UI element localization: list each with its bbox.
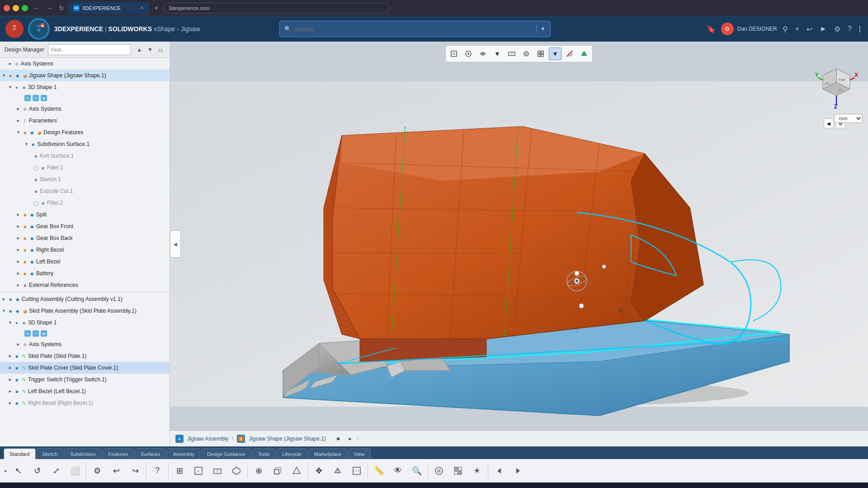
tree-item-cutting-assembly[interactable]: ► ■ ◆ Cutting Assembly (Cutting Assembly… [0,293,170,305]
tree-item-right-bezel-2[interactable]: ► ■ ✎ Right Bezel (Right Bezel.1) [0,397,170,409]
compass-icon[interactable]: ⚲ [781,23,790,35]
search-input[interactable] [295,26,533,33]
tree-item-skid-plate-cover[interactable]: ► ■ ✎ Skid Plate Cover (Skid Plate Cover… [0,362,170,374]
tab-standard[interactable]: Standard [4,448,36,459]
ribbon-grid-btn[interactable]: ⊞ [170,461,189,481]
vp-btn-7[interactable] [534,47,547,60]
arrow-icon[interactable]: ► [818,23,829,35]
sub-icon-2[interactable]: Y [33,95,39,101]
ribbon-orbit-btn[interactable]: ⊕ [250,461,268,481]
sort-up-btn[interactable]: ▲ [135,46,144,54]
breadcrumb-assembly[interactable]: Jigsaw Assembly [187,436,228,442]
tab-surfaces[interactable]: Surfaces [135,448,166,459]
tab-tools[interactable]: Tools [252,448,275,459]
vp-btn-3[interactable] [476,47,489,60]
tree-item-fillet1[interactable]: ◯ ■ Fillet.1 [0,162,170,174]
search-dropdown-icon[interactable]: ▼ [540,26,546,32]
tree-item-3d-shape-2[interactable]: ▼ ● ■ 3D Shape 1 [0,317,170,328]
tab-lifecycle[interactable]: Lifecycle [276,448,307,459]
tree-item-extrude[interactable]: ■ Extrude Cut.1 [0,185,170,197]
tab-sketch[interactable]: Sketch [37,448,64,459]
tree-item-subdivision[interactable]: ▼ ■ Subdivision Surface.1 [0,138,170,150]
bookmark-icon[interactable]: 🔖 [705,23,717,35]
tree-item-left-bezel[interactable]: ► ■ ◆ Left Bezel [0,256,170,267]
ribbon-pan-btn[interactable]: ⤢ [47,461,65,481]
tab-design-guidance[interactable]: Design Guidance [201,448,251,459]
sub-icon-1[interactable]: A [24,95,31,101]
refresh-btn[interactable]: ↻ [57,3,66,14]
breadcrumb-btn-2[interactable]: ● [345,434,355,444]
ribbon-front-btn[interactable]: F [189,461,208,481]
view-left-btn[interactable]: ◀ [824,118,834,128]
tree-item-ext-refs[interactable]: ► ■ External References [0,279,170,291]
find-input[interactable] [48,44,131,55]
sub-icon-3[interactable]: ■ [41,95,47,101]
tree-item-jigsaw-shape[interactable]: ▼ ■ ◆ ◕ Jigsaw Shape (Jigsaw Shape.1) [0,70,170,81]
tree-item-right-bezel[interactable]: ► ■ ◆ Right Bezel [0,244,170,256]
tree-item-design-features[interactable]: ▼ ■ ◆ ◕ Design Features [0,127,170,138]
viewport[interactable]: ▼ ▼ [170,42,868,446]
vp-btn-4[interactable]: ▼ [491,47,504,60]
ribbon-display-btn[interactable] [449,461,467,481]
orientation-widget[interactable]: X Y Z TOP FR RT [814,64,859,109]
add-icon[interactable]: + [793,23,801,35]
tab-assembly[interactable]: Assembly [167,448,200,459]
ribbon-move-btn[interactable]: ✥ [310,461,328,481]
ribbon-section-btn[interactable] [348,461,366,481]
ribbon-undo-btn[interactable]: ↩ [107,461,125,481]
ribbon-perspective-btn[interactable] [288,461,306,481]
minimize-window-btn[interactable] [13,5,19,11]
close-window-btn[interactable] [4,5,10,11]
ribbon-arrow-left-btn[interactable] [490,461,508,481]
tree-item-knit[interactable]: ■ Knit Surface.1 [0,150,170,162]
tree-item-fillet2[interactable]: ◯ ■ Fillet.2 [0,197,170,209]
ribbon-render-btn[interactable]: ☀ [468,461,486,481]
sub-icon2-2[interactable]: Y [33,330,39,337]
ribbon-help-btn[interactable]: ? [148,461,166,481]
tab-close-btn[interactable]: ✕ [140,5,144,10]
ribbon-select-btn[interactable]: ↖ [9,461,27,481]
expand-icon[interactable]: | [857,23,863,35]
ribbon-arrow-right-btn[interactable] [509,461,527,481]
vp-btn-1[interactable] [448,47,460,60]
sidebar-collapse-btn[interactable]: ◀ [170,230,181,258]
ribbon-options-btn[interactable]: ⚙ [88,461,106,481]
tree-item-sketch1[interactable]: ■ Sketch.1 [0,174,170,185]
tree-item-trigger-switch[interactable]: ► ■ ✎ Trigger Switch (Trigger Switch.1) [0,374,170,385]
ribbon-redo-btn[interactable]: ↪ [126,461,144,481]
tree-item-gear-front[interactable]: ► ■ ◆ Gear Box Front [0,221,170,232]
tree-item-skid-plate[interactable]: ► ■ ✎ Skid Plate (Skid Plate.1) [0,350,170,362]
forward-btn[interactable]: → [44,3,54,14]
ribbon-zoom-btn[interactable]: 🔍 [408,461,426,481]
tree-item-axis-systems-top[interactable]: ► ⊕ Axis Systems [0,58,170,70]
filter-btn[interactable]: ⚏ [156,46,165,54]
ribbon-box-btn[interactable] [269,461,287,481]
tree-item-split[interactable]: ► ■ ◆ Split [0,209,170,221]
unit-select[interactable]: mm cm in [834,114,863,123]
tab-view[interactable]: View [348,448,371,459]
ribbon-fit-btn[interactable]: ⬜ [66,461,84,481]
new-tab-btn[interactable]: + [151,3,162,14]
tree-item-axis-3[interactable]: ► ⊕ Axis Systems [0,338,170,350]
breadcrumb-btn-1[interactable]: ■ [333,434,343,444]
ribbon-rotate-btn[interactable]: ↺ [28,461,46,481]
vp-btn-6[interactable] [520,47,533,60]
tab-features[interactable]: Features [103,448,134,459]
tree-item-battery[interactable]: ► ■ ◆ Battery [0,267,170,279]
ribbon-collapse-btn[interactable]: ◂ [2,461,8,481]
search-bar[interactable]: 🔍 ▼ [279,21,551,37]
vp-btn-2[interactable] [462,47,475,60]
settings-icon[interactable]: ⚙ [832,23,842,35]
breadcrumb-shape[interactable]: Jigsaw Shape (Jigsaw Shape.1) [249,436,326,442]
maximize-window-btn[interactable] [22,5,28,11]
tree-item-parameters[interactable]: ► ƒ Parameters [0,115,170,127]
ribbon-top-btn[interactable]: T [208,461,226,481]
tab-marketplace[interactable]: Marketplace [308,448,347,459]
tab-subdivision[interactable]: Subdivision [64,448,101,459]
sub-icon2-3[interactable]: ■ [41,330,47,337]
vp-btn-10[interactable] [578,47,590,60]
tree-item-skid-assembly[interactable]: ▼ ■ ◆ ◕ Skid Plate Assembly (Skid Plate … [0,305,170,317]
ribbon-material-btn[interactable] [430,461,448,481]
ribbon-measure-btn[interactable]: 📏 [370,461,388,481]
vp-btn-8[interactable]: ▼ [549,47,561,60]
